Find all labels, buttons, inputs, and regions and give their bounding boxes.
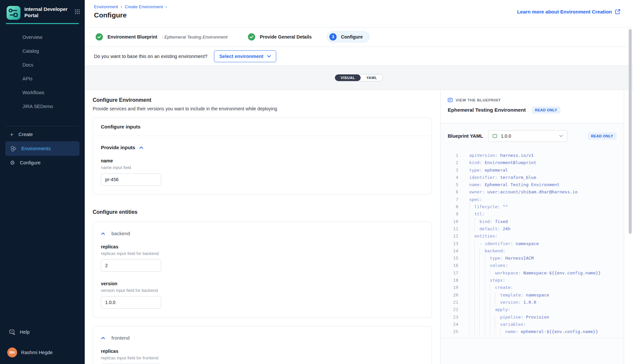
user-name: Rashmi Hegde	[21, 350, 53, 355]
yaml-line: 19create:	[440, 284, 624, 291]
line-number: 15	[440, 255, 458, 262]
sidebar-item-apis[interactable]: APIs	[0, 72, 85, 86]
field-helper: replicas input field for frontend	[101, 355, 424, 360]
entity-card-backend: backend replicas replicas input field fo…	[93, 222, 432, 318]
line-number: 1	[440, 152, 458, 159]
yaml-line: 5name: Ephemeral Testing Environment	[440, 181, 624, 188]
base-environment-row: Do you want to base this on an existing …	[85, 47, 633, 66]
breadcrumb-separator: ›	[121, 4, 122, 9]
view-toggle-band: VISUAL YAML	[85, 66, 633, 90]
view-blueprint-label: VIEW THE BLUEPRINT	[456, 98, 501, 102]
app-logo[interactable]	[7, 6, 20, 20]
sidebar-item-workflows[interactable]: Workflows	[0, 86, 85, 99]
toggle-visual[interactable]: VISUAL	[335, 74, 361, 81]
toggle-yaml[interactable]: YAML	[361, 74, 383, 81]
field-helper: version input field for backend	[101, 288, 424, 293]
step-provide-general-details[interactable]: Provide General Details	[248, 33, 312, 41]
step-configure-active[interactable]: 3 Configure	[327, 31, 370, 42]
help-icon: ?	[9, 329, 15, 335]
field-helper: replicas input field for backend	[101, 251, 424, 256]
help-button[interactable]: ? Help	[0, 325, 85, 339]
version-select[interactable]: 1.0.0	[488, 130, 567, 142]
frontend-replicas-group: replicas replicas input field for fronte…	[101, 349, 424, 364]
step-environment-blueprint[interactable]: Environment Blueprint : Ephemeral Testin…	[96, 33, 227, 41]
line-number: 4	[440, 174, 458, 181]
learn-more-link[interactable]: Learn more about Environment Creation	[517, 9, 620, 14]
sidebar-item-catalog[interactable]: Catalog	[0, 44, 85, 58]
app-title: Internal Developer Portal	[24, 6, 75, 18]
step-label: Environment Blueprint	[107, 34, 157, 40]
yaml-line: 21version: 1.0.0	[440, 299, 624, 306]
yaml-line: 24variables:	[440, 321, 624, 328]
idp-logo-icon	[7, 6, 20, 19]
line-number: 18	[440, 277, 458, 284]
backend-version-input[interactable]	[101, 296, 161, 309]
step-label: Configure	[341, 34, 363, 40]
provide-inputs-toggle[interactable]: Provide inputs	[101, 145, 424, 150]
line-number: 22	[440, 306, 458, 313]
yaml-read-only-badge: READ ONLY	[588, 132, 617, 140]
svg-text:?: ?	[11, 330, 13, 333]
line-number: 12	[440, 233, 458, 240]
yaml-line: 20template: namespace	[440, 292, 624, 299]
base-environment-question: Do you want to base this on an existing …	[94, 54, 207, 59]
create-label: Create	[18, 132, 33, 137]
yaml-line: 22apply:	[440, 306, 624, 313]
blueprint-yaml-code[interactable]: 1apiVersion: harness.io/v12kind: Environ…	[440, 152, 624, 338]
sidebar-item-docs[interactable]: Docs	[0, 58, 85, 72]
configure-inputs-card: Configure inputs Provide inputs name nam…	[93, 117, 432, 195]
wizard-stepper: Environment Blueprint : Ephemeral Testin…	[85, 27, 633, 47]
version-value: 1.0.0	[501, 133, 556, 139]
yaml-line: 4identifier: terraform_blue	[440, 174, 624, 181]
yaml-line: 7spec:	[440, 196, 624, 203]
sidebar-nav: Overview Catalog Docs APIs Workflows JIR…	[0, 30, 85, 113]
field-label: replicas	[101, 349, 424, 354]
step-number: 3	[329, 33, 337, 41]
user-menu[interactable]: RH Rashmi Hegde	[0, 346, 85, 359]
help-label: Help	[20, 329, 30, 335]
line-number: 7	[440, 196, 458, 203]
yaml-line: 10kind: fixed	[440, 218, 624, 225]
line-number: 9	[440, 210, 458, 218]
plus-icon: +	[10, 131, 14, 138]
sidebar-item-jira-sedemo[interactable]: JIRA SEDemo	[0, 99, 85, 113]
line-number: 2	[440, 159, 458, 166]
blueprint-icon	[448, 98, 453, 102]
line-number: 5	[440, 181, 458, 188]
blueprint-panel-header: VIEW THE BLUEPRINT Ephemeral Testing Env…	[440, 90, 624, 124]
line-number: 17	[440, 269, 458, 277]
section-subtitle: Provide services and their versions you …	[93, 106, 432, 111]
backend-replicas-input[interactable]	[101, 259, 161, 272]
chevron-down-icon	[267, 55, 271, 58]
yaml-line: 23pipeline: Provision	[440, 314, 624, 321]
step-done-check-icon	[248, 33, 255, 41]
app-grid-icon[interactable]	[75, 9, 80, 16]
sidebar-item-create[interactable]: + Create	[0, 127, 85, 141]
line-number: 6	[440, 188, 458, 196]
blueprint-name: Ephemeral Testing Environment	[448, 107, 526, 113]
breadcrumb-environment[interactable]: Environment	[94, 4, 118, 9]
backend-collapse-toggle[interactable]: backend	[101, 231, 424, 236]
name-input[interactable]	[101, 173, 161, 186]
backend-version-group: version version input field for backend	[101, 281, 424, 309]
line-number: 21	[440, 299, 458, 306]
select-environment-button[interactable]: Select environment	[214, 50, 276, 62]
yaml-line: 9ttl:	[440, 210, 624, 218]
environments-label: Environments	[21, 146, 51, 151]
breadcrumb-create-environment[interactable]: Create Environment	[125, 4, 163, 9]
avatar: RH	[7, 348, 17, 357]
line-number: 10	[440, 218, 458, 225]
sidebar-item-environments[interactable]: Environments	[5, 141, 79, 156]
line-number: 16	[440, 262, 458, 269]
configure-entities-title: Configure entities	[93, 209, 432, 215]
frontend-collapse-toggle[interactable]: frontend	[101, 335, 424, 341]
sidebar-item-overview[interactable]: Overview	[0, 30, 85, 44]
yaml-line: 6owner: user:account/shibam.dhar@harness…	[440, 188, 624, 196]
page-scrollbar-thumb[interactable]	[629, 29, 632, 234]
provide-inputs-label: Provide inputs	[101, 145, 135, 150]
line-number: 23	[440, 314, 458, 321]
chevron-up-icon	[139, 146, 143, 149]
line-number: 8	[440, 203, 458, 210]
sidebar-accent-rule	[6, 23, 79, 24]
sidebar-item-configure[interactable]: ⚙ Configure	[0, 156, 85, 170]
